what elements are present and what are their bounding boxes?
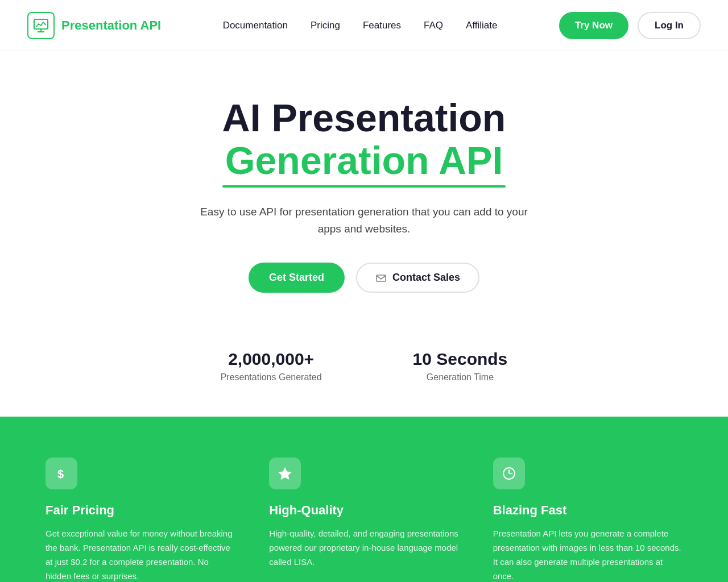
- svg-rect-3: [377, 275, 386, 281]
- login-button[interactable]: Log In: [638, 12, 701, 39]
- nav-actions: Try Now Log In: [559, 12, 701, 39]
- mail-icon: [375, 272, 387, 284]
- nav-pricing[interactable]: Pricing: [311, 20, 340, 31]
- stat-presentations-label: Presentations Generated: [221, 372, 322, 383]
- nav-features[interactable]: Features: [363, 20, 401, 31]
- nav-links: Documentation Pricing Features FAQ Affil…: [223, 20, 498, 31]
- hero-buttons: Get Started Contact Sales: [249, 263, 479, 293]
- star-icon: [277, 465, 293, 481]
- svg-text:$: $: [57, 468, 64, 480]
- feature-quality-title: High-Quality: [269, 503, 458, 518]
- hero-subtitle: Easy to use API for presentation generat…: [193, 203, 535, 238]
- hero-title: AI Presentation Generation API: [222, 97, 506, 188]
- try-now-button[interactable]: Try Now: [559, 12, 628, 39]
- logo-text: Presentation API: [61, 18, 161, 33]
- stat-time-number: 10 Seconds: [413, 350, 508, 369]
- stats-section: 2,000,000+ Presentations Generated 10 Se…: [0, 327, 728, 417]
- get-started-button[interactable]: Get Started: [249, 263, 345, 293]
- clock-icon: [501, 465, 517, 481]
- feature-speed-desc: Presentation API lets you generate a com…: [493, 527, 682, 582]
- feature-quality-desc: High-quality, detailed, and engaging pre…: [269, 527, 458, 569]
- stat-presentations: 2,000,000+ Presentations Generated: [221, 350, 322, 383]
- quality-icon-box: [269, 458, 301, 489]
- stat-time-label: Generation Time: [413, 372, 508, 383]
- logo-svg: [32, 17, 49, 34]
- contact-sales-label: Contact Sales: [392, 272, 460, 284]
- feature-pricing: $ Fair Pricing Get exceptional value for…: [46, 458, 235, 582]
- contact-sales-button[interactable]: Contact Sales: [356, 263, 479, 293]
- navbar: Presentation API Documentation Pricing F…: [0, 0, 728, 51]
- stat-presentations-number: 2,000,000+: [221, 350, 322, 369]
- feature-speed-title: Blazing Fast: [493, 503, 682, 518]
- feature-speed: Blazing Fast Presentation API lets you g…: [493, 458, 682, 582]
- dollar-icon: $: [53, 465, 69, 481]
- feature-quality: High-Quality High-quality, detailed, and…: [269, 458, 458, 582]
- features-section: $ Fair Pricing Get exceptional value for…: [0, 417, 728, 582]
- svg-marker-5: [278, 467, 292, 480]
- nav-documentation[interactable]: Documentation: [223, 20, 288, 31]
- pricing-icon-box: $: [46, 458, 77, 489]
- feature-pricing-desc: Get exceptional value for money without …: [46, 527, 235, 582]
- stat-time: 10 Seconds Generation Time: [413, 350, 508, 383]
- nav-faq[interactable]: FAQ: [424, 20, 443, 31]
- hero-section: AI Presentation Generation API Easy to u…: [0, 51, 728, 327]
- speed-icon-box: [493, 458, 525, 489]
- logo-icon: [27, 12, 55, 39]
- logo-link[interactable]: Presentation API: [27, 12, 161, 39]
- feature-pricing-title: Fair Pricing: [46, 503, 235, 518]
- nav-affiliate[interactable]: Affiliate: [466, 20, 497, 31]
